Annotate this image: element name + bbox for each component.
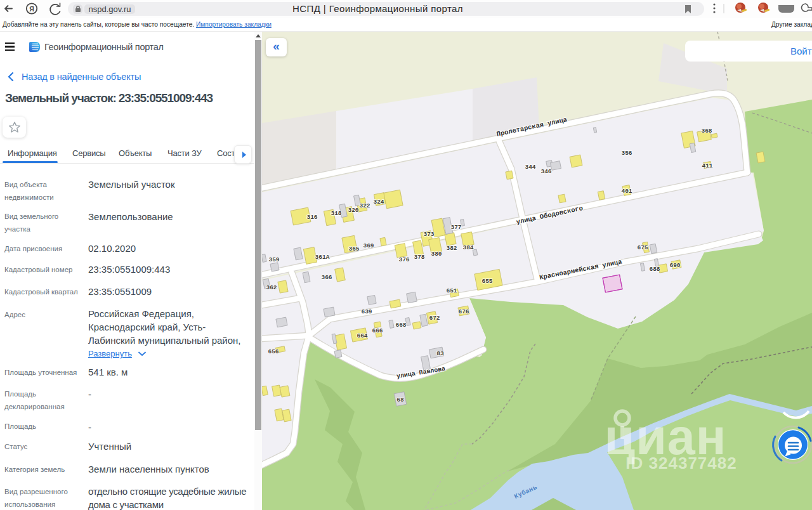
- svg-text:664: 664: [357, 332, 367, 339]
- svg-text:411: 411: [702, 162, 712, 169]
- svg-text:666: 666: [372, 327, 383, 334]
- svg-text:380: 380: [431, 251, 442, 258]
- svg-text:359: 359: [268, 256, 279, 263]
- svg-text:344: 344: [525, 164, 535, 171]
- svg-text:346: 346: [540, 168, 551, 175]
- svg-text:672: 672: [429, 315, 440, 322]
- svg-text:316: 316: [306, 214, 317, 221]
- svg-text:382: 382: [446, 245, 457, 252]
- svg-text:668: 668: [395, 322, 406, 329]
- svg-text:366: 366: [321, 274, 332, 281]
- svg-text:361A: 361A: [315, 254, 330, 261]
- svg-text:401: 401: [621, 188, 632, 195]
- svg-text:376: 376: [398, 256, 409, 263]
- svg-text:365: 365: [348, 245, 359, 252]
- svg-text:690: 690: [669, 262, 680, 269]
- svg-text:362: 362: [266, 284, 277, 291]
- svg-text:655: 655: [481, 278, 492, 285]
- svg-text:324: 324: [373, 199, 384, 206]
- svg-text:651: 651: [446, 287, 457, 294]
- svg-text:Я: Я: [29, 5, 34, 13]
- svg-text:318: 318: [331, 210, 341, 217]
- svg-text:639: 639: [361, 308, 372, 315]
- svg-text:377: 377: [450, 224, 461, 231]
- svg-text:ID 324377482: ID 324377482: [625, 454, 737, 473]
- svg-text:656: 656: [268, 348, 278, 355]
- svg-text:83: 83: [436, 350, 444, 357]
- svg-text:356: 356: [621, 150, 632, 157]
- svg-text:68: 68: [396, 396, 404, 403]
- svg-text:675: 675: [637, 244, 648, 251]
- svg-text:322: 322: [359, 202, 370, 209]
- svg-text:378: 378: [414, 254, 424, 261]
- svg-text:688: 688: [649, 266, 660, 273]
- svg-text:320: 320: [348, 207, 358, 214]
- svg-text:676: 676: [458, 308, 469, 315]
- svg-text:384: 384: [462, 244, 473, 251]
- svg-text:369: 369: [363, 242, 374, 249]
- svg-text:368: 368: [701, 128, 712, 134]
- svg-text:373: 373: [423, 231, 434, 238]
